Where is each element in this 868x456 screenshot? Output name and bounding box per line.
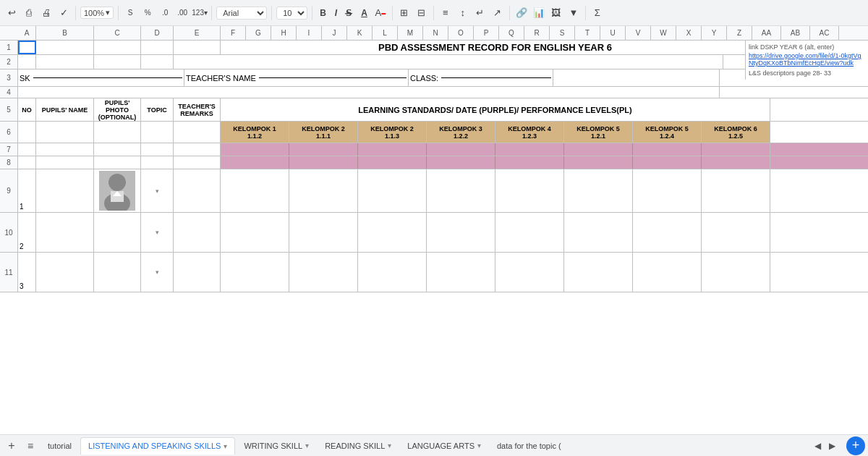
print-icon[interactable]: 🖨 <box>39 6 54 20</box>
cell-no-3[interactable]: 3 <box>18 253 36 292</box>
col-header-aa[interactable]: AA <box>752 26 781 40</box>
cell-pupils-name-header[interactable]: PUPILS' NAME <box>36 98 94 121</box>
col-header-d[interactable]: D <box>141 26 174 40</box>
filter-icon[interactable]: ▼ <box>566 6 581 20</box>
cell-data1-k2a[interactable] <box>289 169 358 212</box>
cell-a6[interactable] <box>18 122 36 143</box>
col-header-g[interactable]: G <box>246 26 271 40</box>
bold-button[interactable]: B <box>317 7 329 19</box>
font-select[interactable]: Arial <box>216 7 267 20</box>
currency-icon[interactable]: S <box>123 6 137 20</box>
cell-name-3[interactable] <box>36 253 94 292</box>
cell-data3-k5a[interactable] <box>564 253 633 292</box>
cell-sk[interactable]: SK <box>18 69 184 86</box>
cell-c6[interactable] <box>94 122 141 143</box>
add-sheet-button[interactable]: + <box>3 437 20 455</box>
cell-b8[interactable] <box>36 156 94 169</box>
redo-icon[interactable]: ⎙ <box>22 6 36 20</box>
align-left-icon[interactable]: ≡ <box>438 6 453 20</box>
cell-d6[interactable] <box>141 122 174 143</box>
undo-icon[interactable]: ↩ <box>4 6 19 20</box>
kelompok-5b-header[interactable]: KELOMPOK 5 1.2.4 <box>633 122 702 143</box>
cell-no-1[interactable]: 1 <box>18 169 36 212</box>
cell-pink2-k5a[interactable] <box>564 156 633 169</box>
col-header-t[interactable]: T <box>575 26 600 40</box>
kelompok-1-header[interactable]: KELOMPOK 1 1.1.2 <box>221 122 289 143</box>
cell-pink1-k3[interactable] <box>427 143 495 156</box>
cell-rest-4[interactable] <box>18 87 720 98</box>
cell-e7[interactable] <box>174 143 221 156</box>
sheet-menu-button[interactable]: ≡ <box>22 437 39 455</box>
cell-data3-k2b[interactable] <box>358 253 427 292</box>
info-link[interactable]: https://drive.google.com/file/d/1-0kgtVg… <box>749 52 861 67</box>
cell-data2-k6[interactable] <box>702 213 770 252</box>
cell-a1[interactable] <box>18 41 36 54</box>
wrap-icon[interactable]: ↵ <box>473 6 488 20</box>
cell-photo-2[interactable] <box>94 213 141 252</box>
rotate-icon[interactable]: ↗ <box>490 6 505 20</box>
merge-icon[interactable]: ⊟ <box>414 6 429 20</box>
cell-a8[interactable] <box>18 156 36 169</box>
topic-dropdown-3[interactable]: ▾ <box>156 269 159 276</box>
cell-c8[interactable] <box>94 156 141 169</box>
image-icon[interactable]: 🖼 <box>549 6 563 20</box>
cell-name-2[interactable] <box>36 213 94 252</box>
topic-dropdown-2[interactable]: ▾ <box>156 229 159 236</box>
underline-button[interactable]: A <box>358 7 370 19</box>
col-header-j[interactable]: J <box>322 26 347 40</box>
cell-pink1-k2a[interactable] <box>289 143 358 156</box>
format123-icon[interactable]: 123▾ <box>192 6 207 20</box>
borders-icon[interactable]: ⊞ <box>397 6 412 20</box>
link-icon[interactable]: 🔗 <box>514 6 529 20</box>
cell-data2-k1[interactable] <box>221 213 289 252</box>
cell-photo-3[interactable] <box>94 253 141 292</box>
col-header-ac[interactable]: AC <box>810 26 839 40</box>
cell-data2-k4[interactable] <box>495 213 564 252</box>
cell-pink2-k5b[interactable] <box>633 156 702 169</box>
tab-tutorial[interactable]: tutorial <box>41 437 79 455</box>
col-header-n[interactable]: N <box>423 26 448 40</box>
cell-remarks-header[interactable]: TEACHER'S REMARKS <box>174 98 221 121</box>
cell-pink1-k5a[interactable] <box>564 143 633 156</box>
cell-data2-k3[interactable] <box>427 213 495 252</box>
tab-writing[interactable]: WRITING SKILL ▾ <box>237 437 316 455</box>
col-header-w[interactable]: W <box>651 26 676 40</box>
cell-photo-header[interactable]: PUPILS' PHOTO (OPTIONAL) <box>94 98 141 121</box>
col-header-s[interactable]: S <box>550 26 575 40</box>
cell-ls-header[interactable]: LEARNING STANDARDS/ DATE (PURPLE)/ PERFO… <box>221 98 770 121</box>
cell-topic-1[interactable]: ▾ <box>141 169 174 212</box>
col-header-c[interactable]: C <box>94 26 141 40</box>
col-header-v[interactable]: V <box>626 26 651 40</box>
cell-data2-k2b[interactable] <box>358 213 427 252</box>
cell-rest-sk[interactable] <box>553 69 720 86</box>
cell-b7[interactable] <box>36 143 94 156</box>
cell-b2[interactable] <box>36 55 94 69</box>
cell-data3-k1[interactable] <box>221 253 289 292</box>
cell-c2[interactable] <box>94 55 141 69</box>
cell-c7[interactable] <box>94 143 141 156</box>
col-header-b[interactable]: B <box>36 26 94 40</box>
cell-rest-2[interactable] <box>174 55 723 69</box>
cell-pink1-k5b[interactable] <box>633 143 702 156</box>
font-color-icon[interactable]: A▬ <box>373 6 388 20</box>
cell-e1[interactable] <box>174 41 221 54</box>
sheet-add-right[interactable]: + <box>846 436 865 455</box>
cell-pink2-k6[interactable] <box>702 156 770 169</box>
col-header-z[interactable]: Z <box>727 26 752 40</box>
col-header-l[interactable]: L <box>373 26 398 40</box>
col-header-m[interactable]: M <box>398 26 423 40</box>
cell-pink1-k1[interactable] <box>221 143 289 156</box>
spellcheck-icon[interactable]: ✓ <box>56 6 71 20</box>
col-header-o[interactable]: O <box>448 26 474 40</box>
cell-data1-k6[interactable] <box>702 169 770 212</box>
cell-topic-2[interactable]: ▾ <box>141 213 174 252</box>
zoom-control[interactable]: 100% ▾ <box>80 7 114 19</box>
cell-data3-k3[interactable] <box>427 253 495 292</box>
col-header-h[interactable]: H <box>271 26 297 40</box>
cell-pink1-k4[interactable] <box>495 143 564 156</box>
cell-remarks-3[interactable] <box>174 253 221 292</box>
cell-e6[interactable] <box>174 122 221 143</box>
cell-data1-k5a[interactable] <box>564 169 633 212</box>
chart-icon[interactable]: 📊 <box>532 6 546 20</box>
col-header-x[interactable]: X <box>676 26 702 40</box>
